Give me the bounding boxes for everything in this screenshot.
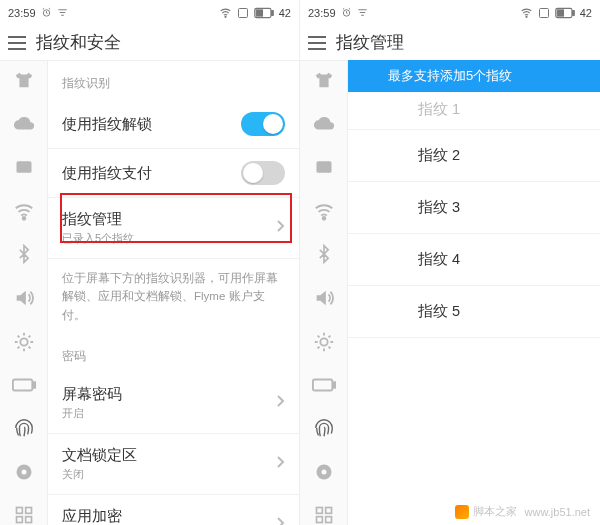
title-bar: 指纹管理 [300, 25, 600, 61]
svg-rect-4 [271, 10, 273, 15]
apps-icon[interactable] [312, 504, 336, 525]
sort-icon [357, 7, 368, 18]
wifi-side-icon[interactable] [12, 200, 36, 222]
svg-point-29 [321, 469, 326, 474]
chevron-right-icon [275, 455, 285, 473]
chevron-right-icon [275, 394, 285, 412]
svg-rect-10 [33, 382, 35, 388]
clock: 23:59 [8, 7, 36, 19]
row-doclock[interactable]: 文档锁定区 关闭 [48, 434, 299, 495]
section-fingerprint: 指纹识别 [48, 61, 299, 100]
page-title: 指纹和安全 [36, 31, 121, 54]
row-unlock[interactable]: 使用指纹解锁 [48, 100, 299, 149]
row-pay[interactable]: 使用指纹支付 [48, 149, 299, 198]
banner: 最多支持添加5个指纹 [348, 60, 600, 92]
battery-text: 42 [580, 7, 592, 19]
toggle-unlock[interactable] [241, 112, 285, 136]
svg-rect-22 [557, 9, 563, 15]
shirt-icon[interactable] [12, 69, 36, 91]
svg-rect-9 [12, 379, 31, 390]
battery-icon [555, 7, 575, 19]
section-password: 密码 [48, 334, 299, 373]
sim-icon[interactable] [312, 157, 336, 178]
toggle-pay[interactable] [241, 161, 285, 185]
title-bar: 指纹和安全 [0, 25, 299, 61]
alarm-icon [41, 7, 52, 18]
chevron-right-icon [275, 219, 285, 237]
brightness-icon[interactable] [12, 331, 36, 353]
svg-rect-6 [16, 162, 31, 174]
svg-rect-14 [25, 507, 31, 513]
watermark: 脚本之家 www.jb51.net [455, 504, 590, 519]
phone-left: 23:59 42 指纹和安全 [0, 0, 300, 525]
fingerprint-item[interactable]: 指纹 4 [348, 234, 600, 286]
content: 指纹识别 使用指纹解锁 使用指纹支付 指纹管理 已录入5个指纹 位于屏 [48, 61, 299, 525]
svg-point-18 [526, 16, 527, 17]
fingerprint-item[interactable]: 指纹 1 [348, 90, 600, 130]
bluetooth-icon[interactable] [12, 244, 36, 265]
svg-point-1 [225, 16, 226, 17]
cloud-icon[interactable] [312, 113, 336, 135]
svg-point-8 [20, 338, 27, 345]
battery-side-icon[interactable] [12, 375, 36, 396]
svg-rect-15 [16, 516, 22, 522]
svg-rect-26 [312, 379, 331, 390]
apps-icon[interactable] [12, 504, 36, 525]
sim-icon[interactable] [12, 157, 36, 178]
status-bar: 23:59 42 [300, 0, 600, 25]
battery-icon [254, 7, 274, 19]
battery-side-icon[interactable] [312, 375, 336, 396]
battery-text: 42 [279, 7, 291, 19]
svg-rect-32 [316, 516, 322, 522]
row-manage[interactable]: 指纹管理 已录入5个指纹 [48, 198, 299, 259]
menu-icon[interactable] [308, 36, 326, 50]
clock: 23:59 [308, 7, 336, 19]
sort-icon [57, 7, 68, 18]
svg-rect-33 [325, 516, 331, 522]
sound-icon[interactable] [12, 287, 36, 309]
bluetooth-icon[interactable] [312, 244, 336, 265]
shirt-icon[interactable] [312, 69, 336, 91]
fingerprint-icon[interactable] [12, 417, 36, 439]
brightness-icon[interactable] [312, 331, 336, 353]
row-screenpwd[interactable]: 屏幕密码 开启 [48, 373, 299, 434]
page-title: 指纹管理 [336, 31, 404, 54]
svg-point-7 [22, 217, 25, 220]
location-icon[interactable] [312, 461, 336, 482]
watermark-logo-icon [455, 505, 469, 519]
svg-point-25 [320, 338, 327, 345]
fingerprint-item[interactable]: 指纹 5 [348, 286, 600, 338]
content: 最多支持添加5个指纹 指纹 1 指纹 2 指纹 3 指纹 4 指纹 5 [348, 60, 600, 525]
svg-rect-16 [25, 516, 31, 522]
svg-rect-2 [238, 8, 247, 17]
fingerprint-item[interactable]: 指纹 3 [348, 182, 600, 234]
alarm-icon [341, 7, 352, 18]
svg-rect-31 [325, 507, 331, 513]
svg-rect-30 [316, 507, 322, 513]
wifi-icon [520, 6, 533, 19]
wifi-side-icon[interactable] [312, 200, 336, 222]
chevron-right-icon [275, 516, 285, 525]
fingerprint-item[interactable]: 指纹 2 [348, 130, 600, 182]
svg-rect-19 [539, 8, 548, 17]
signal-icon [538, 7, 550, 19]
location-icon[interactable] [12, 461, 36, 482]
fingerprint-icon[interactable] [312, 417, 336, 439]
svg-rect-21 [572, 10, 574, 15]
sound-icon[interactable] [312, 287, 336, 309]
status-bar: 23:59 42 [0, 0, 299, 25]
sidebar [300, 61, 348, 525]
sidebar [0, 61, 48, 525]
svg-point-24 [322, 217, 325, 220]
svg-rect-23 [316, 162, 331, 174]
svg-point-12 [21, 469, 26, 474]
signal-icon [237, 7, 249, 19]
fingerprint-desc: 位于屏幕下方的指纹识别器，可用作屏幕解锁、应用和文档解锁、Flyme 账户支付。 [48, 259, 299, 334]
svg-rect-27 [333, 382, 335, 388]
svg-rect-13 [16, 507, 22, 513]
phone-right: 23:59 42 指纹管理 [300, 0, 600, 525]
menu-icon[interactable] [8, 36, 26, 50]
cloud-icon[interactable] [12, 113, 36, 135]
row-appenc[interactable]: 应用加密 关闭 [48, 495, 299, 525]
svg-rect-5 [256, 9, 262, 15]
